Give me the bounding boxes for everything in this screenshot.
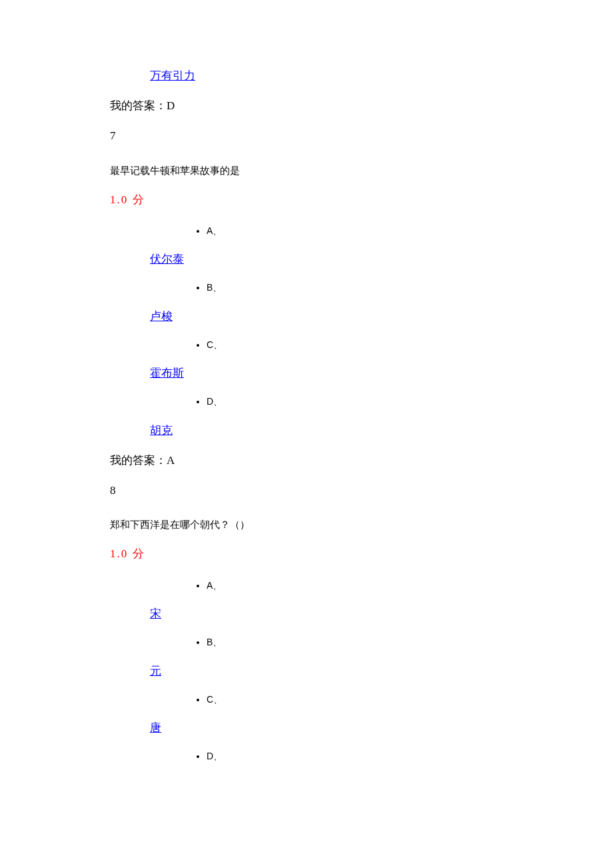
q7-number: 7 bbox=[110, 127, 503, 145]
q8-option-a-bullet: A、 bbox=[207, 578, 503, 593]
q8-option-d-label: D、 bbox=[207, 749, 503, 763]
q8-question-text: 郑和下西洋是在哪个朝代？（） bbox=[110, 517, 503, 533]
q8-option-c-label: C、 bbox=[207, 692, 503, 707]
q6-option-d-link[interactable]: 万有引力 bbox=[150, 67, 195, 85]
q8-option-a-label: A、 bbox=[207, 578, 503, 593]
q7-option-c-label: C、 bbox=[207, 337, 503, 352]
q7-option-a-label: A、 bbox=[207, 223, 503, 238]
q7-score: 1.0 分 bbox=[110, 191, 503, 209]
q7-option-b-label: B、 bbox=[207, 280, 503, 295]
q7-option-d-bullet: D、 bbox=[207, 394, 503, 409]
q8-option-c-bullet: C、 bbox=[207, 692, 503, 707]
q7-option-c-link[interactable]: 霍布斯 bbox=[150, 364, 184, 382]
q8-option-d-bullet: D、 bbox=[207, 749, 503, 763]
q7-option-a-bullet: A、 bbox=[207, 223, 503, 238]
q7-option-d-link[interactable]: 胡克 bbox=[150, 421, 173, 439]
q7-my-answer: 我的答案：A bbox=[110, 451, 503, 469]
q7-question-text: 最早记载牛顿和苹果故事的是 bbox=[110, 163, 503, 179]
q8-option-b-link[interactable]: 元 bbox=[150, 662, 161, 680]
q7-option-b-link[interactable]: 卢梭 bbox=[150, 307, 173, 325]
q7-option-c-bullet: C、 bbox=[207, 337, 503, 352]
q8-score: 1.0 分 bbox=[110, 545, 503, 563]
q7-option-b-bullet: B、 bbox=[207, 280, 503, 295]
q7-option-d-label: D、 bbox=[207, 394, 503, 409]
q7-option-a-link[interactable]: 伏尔泰 bbox=[150, 250, 184, 268]
q8-option-c-link[interactable]: 唐 bbox=[150, 719, 161, 737]
q8-option-b-bullet: B、 bbox=[207, 635, 503, 649]
q8-option-a-link[interactable]: 宋 bbox=[150, 605, 161, 623]
q8-number: 8 bbox=[110, 481, 503, 499]
q8-option-b-label: B、 bbox=[207, 635, 503, 649]
q6-my-answer: 我的答案：D bbox=[110, 97, 503, 115]
